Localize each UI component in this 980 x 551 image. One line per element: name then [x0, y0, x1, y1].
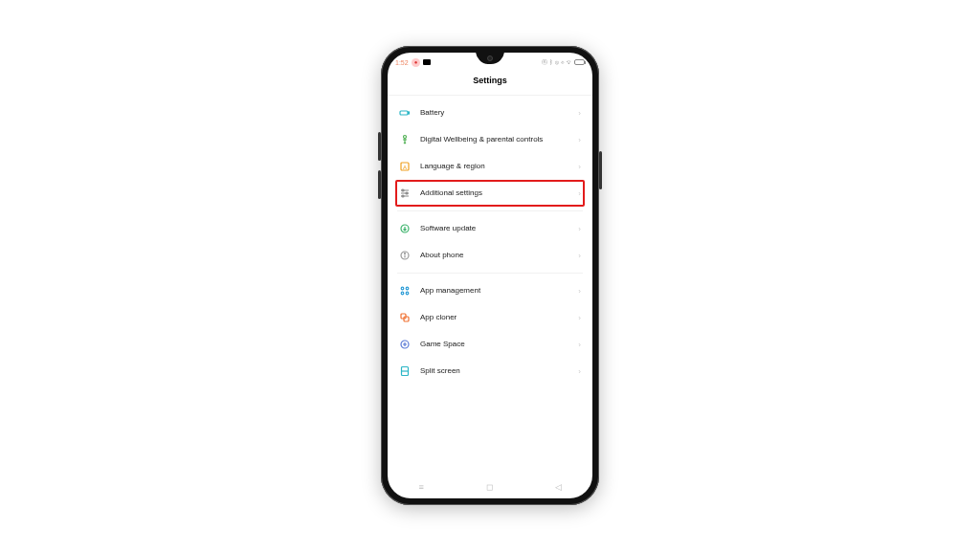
- mic-indicator: ●: [412, 58, 421, 67]
- svg-point-16: [406, 287, 409, 290]
- svg-point-17: [401, 292, 404, 295]
- volume-up-button: [378, 132, 381, 161]
- row-about[interactable]: About phone›: [397, 242, 583, 269]
- navigation-bar: ≡ ◻ ◁: [388, 475, 592, 498]
- wellbeing-icon: [399, 134, 411, 145]
- clone-icon: [399, 312, 411, 323]
- svg-point-18: [406, 292, 409, 295]
- row-wellbeing[interactable]: Digital Wellbeing & parental controls›: [397, 126, 583, 153]
- recent-apps-button[interactable]: ≡: [418, 482, 423, 492]
- settings-group: App management›App cloner›Game Space›Spl…: [397, 274, 583, 388]
- svg-point-2: [404, 136, 407, 139]
- row-label: Software update: [420, 224, 568, 233]
- svg-rect-1: [409, 112, 410, 114]
- battery-icon: [574, 59, 585, 65]
- chevron-right-icon: ›: [578, 341, 581, 349]
- row-split[interactable]: Split screen›: [397, 358, 583, 385]
- chevron-right-icon: ›: [578, 287, 581, 296]
- svg-text:A: A: [403, 165, 407, 170]
- row-appcloner[interactable]: App cloner›: [397, 304, 583, 331]
- chevron-right-icon: ›: [578, 136, 581, 144]
- home-button[interactable]: ◻: [486, 482, 493, 492]
- row-label: Split screen: [420, 366, 568, 376]
- game-icon: [399, 339, 411, 350]
- settings-group: Software update›About phone›: [397, 211, 583, 274]
- chevron-right-icon: ›: [578, 252, 581, 260]
- chevron-right-icon: ›: [578, 163, 581, 171]
- volume-down-button: [378, 170, 381, 199]
- apps-icon: [399, 285, 411, 297]
- row-language[interactable]: ALanguage & region›: [397, 153, 583, 180]
- front-camera: [487, 55, 493, 61]
- bluetooth-icon: ᛒ: [549, 59, 553, 65]
- row-gamespace[interactable]: Game Space›: [397, 331, 583, 358]
- settings-list[interactable]: Battery›Digital Wellbeing & parental con…: [388, 96, 592, 475]
- language-icon: A: [399, 161, 411, 172]
- row-label: Battery: [420, 108, 568, 118]
- back-button[interactable]: ◁: [555, 482, 562, 492]
- power-button: [599, 151, 602, 189]
- screen: 1:52 ● ⓝ ᛒ ⦸ ⟐ ᯤ Settings Battery›Digita…: [388, 53, 592, 498]
- clock: 1:52: [395, 59, 409, 66]
- page-title: Settings: [388, 70, 592, 96]
- row-label: About phone: [420, 251, 568, 260]
- row-label: App cloner: [420, 313, 568, 322]
- battery-icon: [399, 107, 411, 119]
- row-appmgmt[interactable]: App management›: [397, 277, 583, 304]
- split-icon: [399, 365, 411, 377]
- svg-point-14: [405, 253, 406, 254]
- wifi-icon: ᯤ: [567, 59, 572, 65]
- svg-point-15: [401, 287, 404, 290]
- update-icon: [399, 223, 411, 234]
- svg-rect-0: [400, 111, 408, 115]
- chevron-right-icon: ›: [578, 367, 581, 376]
- settings-group: Battery›Digital Wellbeing & parental con…: [397, 96, 583, 211]
- vibrate-icon: ⟐: [561, 59, 565, 65]
- video-indicator: [423, 59, 431, 65]
- row-battery[interactable]: Battery›: [397, 99, 583, 126]
- row-additional[interactable]: Additional settings›: [395, 180, 585, 207]
- row-label: Game Space: [420, 340, 568, 349]
- chevron-right-icon: ›: [578, 189, 581, 198]
- sliders-icon: [399, 187, 411, 199]
- info-icon: [399, 250, 411, 261]
- status-icons: ⓝ ᛒ ⦸ ⟐ ᯤ: [542, 58, 585, 67]
- mute-icon: ⦸: [555, 59, 559, 66]
- phone-frame: 1:52 ● ⓝ ᛒ ⦸ ⟐ ᯤ Settings Battery›Digita…: [381, 46, 599, 505]
- row-software[interactable]: Software update›: [397, 215, 583, 242]
- chevron-right-icon: ›: [578, 225, 581, 233]
- row-label: Digital Wellbeing & parental controls: [420, 135, 568, 144]
- row-label: App management: [420, 286, 568, 296]
- nfc-icon: ⓝ: [542, 58, 547, 67]
- row-label: Language & region: [420, 162, 568, 171]
- row-label: Additional settings: [420, 188, 568, 198]
- chevron-right-icon: ›: [578, 109, 581, 118]
- chevron-right-icon: ›: [578, 314, 581, 322]
